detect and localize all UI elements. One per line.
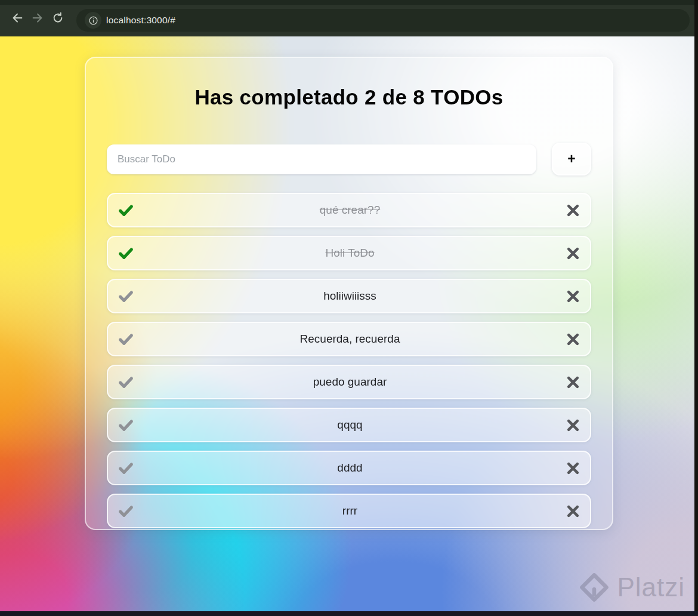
- todo-item: holiiwiiisss: [107, 279, 591, 313]
- todo-check-button[interactable]: [118, 331, 134, 347]
- todo-text: qqqq: [134, 418, 566, 432]
- todo-check-button[interactable]: [118, 245, 134, 261]
- todo-text: dddd: [134, 461, 566, 475]
- todo-card: Has completado 2 de 8 TODOs + qué crear?…: [85, 57, 613, 530]
- todo-text: qué crear??: [134, 204, 566, 217]
- check-icon: [118, 460, 134, 476]
- delete-x-icon: [566, 418, 580, 433]
- todo-check-button[interactable]: [118, 460, 134, 476]
- todo-item: rrrr: [107, 494, 591, 528]
- todo-check-button[interactable]: [118, 288, 134, 304]
- info-circle-icon: [88, 16, 98, 26]
- todo-check-button[interactable]: [118, 202, 134, 218]
- platzi-watermark: Platzi: [579, 572, 685, 603]
- todo-check-button[interactable]: [118, 374, 134, 390]
- todo-text: rrrr: [134, 504, 566, 518]
- url-text: localhost:3000/#: [106, 15, 175, 26]
- browser-toolbar: localhost:3000/#: [0, 0, 698, 36]
- delete-x-icon: [566, 332, 580, 347]
- check-icon: [118, 417, 134, 433]
- delete-x-icon: [566, 203, 580, 218]
- platzi-label: Platzi: [617, 572, 685, 602]
- page-title: Has completado 2 de 8 TODOs: [107, 85, 591, 109]
- arrow-right-icon: [31, 11, 44, 24]
- back-button[interactable]: [7, 8, 27, 28]
- todo-text: puedo guardar: [134, 375, 566, 389]
- platzi-logo-icon: [579, 572, 610, 603]
- window-edge-bottom: [0, 611, 698, 616]
- search-row: +: [107, 143, 591, 175]
- todo-delete-button[interactable]: [566, 461, 580, 476]
- delete-x-icon: [566, 461, 580, 476]
- window-edge-right: [694, 0, 698, 616]
- delete-x-icon: [566, 246, 580, 261]
- todo-delete-button[interactable]: [566, 504, 580, 519]
- todo-check-button[interactable]: [118, 417, 134, 433]
- todo-item: qqqq: [107, 408, 591, 442]
- check-icon: [118, 503, 134, 519]
- todo-text: Holi ToDo: [134, 247, 566, 260]
- todo-text: holiiwiiisss: [134, 289, 566, 303]
- todo-delete-button[interactable]: [566, 418, 580, 433]
- todo-item: dddd: [107, 451, 591, 485]
- delete-x-icon: [566, 289, 580, 304]
- todo-check-button[interactable]: [118, 503, 134, 519]
- check-icon: [118, 374, 134, 390]
- todo-list: qué crear?? Holi ToDo holiiwiiisss: [107, 193, 591, 528]
- check-icon: [118, 245, 134, 261]
- forward-button[interactable]: [27, 8, 48, 28]
- check-icon: [118, 288, 134, 304]
- add-todo-button[interactable]: +: [552, 143, 591, 175]
- todo-delete-button[interactable]: [566, 246, 580, 261]
- check-icon: [118, 331, 134, 347]
- todo-delete-button[interactable]: [566, 203, 580, 218]
- todo-item: puedo guardar: [107, 365, 591, 399]
- check-icon: [118, 202, 134, 218]
- todo-delete-button[interactable]: [566, 332, 580, 347]
- search-input[interactable]: [107, 144, 536, 174]
- todo-item: Holi ToDo: [107, 236, 591, 270]
- delete-x-icon: [566, 504, 580, 519]
- reload-button[interactable]: [48, 8, 68, 28]
- todo-delete-button[interactable]: [566, 289, 580, 304]
- delete-x-icon: [566, 375, 580, 390]
- todo-item: Recuerda, recuerda: [107, 322, 591, 356]
- todo-item: qué crear??: [107, 193, 591, 227]
- url-bar[interactable]: localhost:3000/#: [76, 9, 690, 32]
- site-info-icon[interactable]: [85, 12, 101, 29]
- reload-icon: [51, 11, 64, 24]
- todo-delete-button[interactable]: [566, 375, 580, 390]
- todo-text: Recuerda, recuerda: [134, 332, 566, 346]
- arrow-left-icon: [11, 11, 24, 24]
